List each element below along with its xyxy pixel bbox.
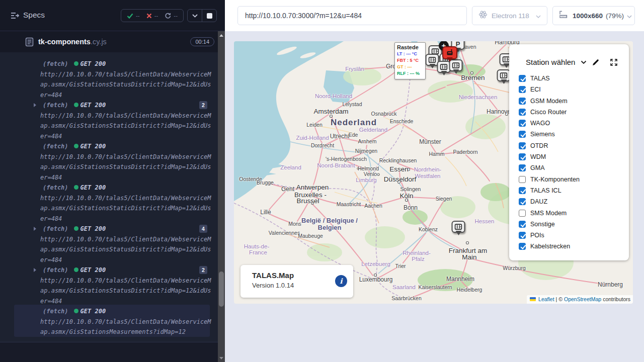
checkbox-label: GSM Modem xyxy=(530,98,568,105)
checkbox[interactable] xyxy=(519,243,526,250)
station-filter-item[interactable]: GMA xyxy=(519,164,629,171)
map-label: Gelderland xyxy=(359,127,387,133)
expand-chevron-icon[interactable] xyxy=(34,227,36,231)
info-icon[interactable]: i xyxy=(335,275,347,287)
fullscreen-expand-icon[interactable] xyxy=(610,58,618,66)
viewport-ruler-icon xyxy=(559,11,568,21)
station-select-label[interactable]: Station wählen xyxy=(526,58,575,66)
expand-chevron-icon[interactable] xyxy=(34,268,36,272)
log-entry[interactable]: (fetch)GET 200http://10.10.0.70/talas5/C… xyxy=(0,141,218,183)
log-url: http://10.10.0.70/talas5/ClientData/Webs… xyxy=(40,193,212,224)
map-label: Zuid-Holland xyxy=(296,135,329,141)
checkbox-label: TALAS xyxy=(530,75,550,82)
checkbox-label: ECI xyxy=(530,86,541,93)
tooltip-measurement: LT : --- °C xyxy=(397,51,423,57)
collapse-chevron-icon[interactable] xyxy=(188,10,202,22)
map[interactable]: HamburgBremerhavenGroningenFryslânBremen… xyxy=(234,41,633,304)
map-label: Koblenz xyxy=(419,226,438,232)
checkbox[interactable] xyxy=(519,98,526,105)
scroll-up-arrow[interactable] xyxy=(218,32,225,38)
map-label: Pfalz xyxy=(412,256,425,262)
scroll-down-arrow[interactable] xyxy=(218,355,225,361)
selected-station-marker[interactable] xyxy=(442,46,457,59)
map-label: Brussel xyxy=(296,197,319,205)
checkbox[interactable] xyxy=(519,131,526,138)
checkbox[interactable] xyxy=(519,210,526,217)
checkbox[interactable] xyxy=(519,164,526,171)
map-label: Amsterdam xyxy=(313,108,348,115)
scrollbar-thumb[interactable] xyxy=(219,272,224,307)
osm-link[interactable]: OpenStreetMap xyxy=(564,296,601,302)
checkbox[interactable] xyxy=(519,232,526,239)
spec-file-row[interactable]: tk-components.cy.js 00:14 xyxy=(0,32,218,52)
checkbox[interactable] xyxy=(519,176,526,183)
sidebar-scrollbar[interactable] xyxy=(218,31,225,362)
sidebar-header: Specs ------ xyxy=(0,0,225,31)
map-label: Nijmegen xyxy=(355,148,377,154)
station-filter-item[interactable]: DAUZ xyxy=(519,198,629,205)
checkbox[interactable] xyxy=(519,75,526,82)
station-filter-item[interactable]: SMS Modem xyxy=(519,210,629,217)
checkbox-label: WDM xyxy=(530,153,546,160)
browser-select[interactable]: Electron 118 xyxy=(472,6,547,25)
station-filter-item[interactable]: TK-Komponenten xyxy=(519,176,629,183)
station-filter-item[interactable]: Kabelstrecken xyxy=(519,243,629,250)
map-label: Paderborn xyxy=(453,149,477,155)
checkbox[interactable] xyxy=(519,120,526,127)
checkbox[interactable] xyxy=(519,86,526,93)
leaflet-link[interactable]: Leaflet xyxy=(538,296,554,302)
map-label: Zeeland xyxy=(280,164,301,170)
station-filter-item[interactable]: TALAS ICL xyxy=(519,187,629,194)
specs-title: Specs xyxy=(23,11,45,20)
station-filter-item[interactable]: OTDR xyxy=(519,142,629,149)
log-entry[interactable]: (fetch)GET 2004http://10.10.0.70/talas5/… xyxy=(0,224,218,265)
map-label: Aachen xyxy=(364,203,382,209)
log-type: (fetch) xyxy=(43,143,68,150)
station-filter-item[interactable]: ECI xyxy=(519,86,629,93)
log-type: (fetch) xyxy=(43,225,68,232)
specs-menu-icon[interactable] xyxy=(10,12,20,22)
map-label: Solingen xyxy=(400,186,421,192)
log-entry[interactable]: (fetch)GET 2002http://10.10.0.70/talas5/… xyxy=(0,100,218,141)
log-entry[interactable]: (fetch)GET 200http://10.10.0.70/talas5/C… xyxy=(0,183,218,224)
log-entry[interactable]: (fetch)GET 2002http://10.10.0.70/talas5/… xyxy=(0,265,218,306)
checkbox[interactable] xyxy=(519,187,526,194)
status-dot-icon xyxy=(74,267,78,272)
station-filter-item[interactable]: WDM xyxy=(519,153,629,160)
map-label: Saarbrücken xyxy=(391,295,422,301)
checkbox[interactable] xyxy=(519,109,526,116)
map-label: Nordrhein- xyxy=(414,166,441,172)
url-input[interactable] xyxy=(237,6,467,25)
station-marker[interactable] xyxy=(452,221,465,233)
expand-chevron-icon[interactable] xyxy=(34,103,36,107)
status-dot-icon xyxy=(74,309,78,313)
map-label: Ede xyxy=(349,132,358,138)
checkbox[interactable] xyxy=(519,142,526,149)
log-count-badge: 2 xyxy=(199,266,207,274)
checkbox[interactable] xyxy=(519,221,526,228)
station-filter-item[interactable]: POIs xyxy=(519,232,629,239)
checkbox[interactable] xyxy=(519,198,526,205)
station-marker[interactable] xyxy=(497,69,511,81)
station-filter-item[interactable]: Sonstige xyxy=(519,221,629,228)
station-filter-item[interactable]: Siemens xyxy=(519,131,629,138)
status-dot-icon xyxy=(74,226,78,231)
station-filter-item[interactable]: GSM Modem xyxy=(519,98,629,105)
test-stats[interactable]: ------ xyxy=(121,9,184,22)
map-label: Maubeuge xyxy=(298,233,323,239)
map-label: Venlo xyxy=(364,171,377,177)
station-filter-item[interactable]: Cisco Router xyxy=(519,109,629,116)
map-label: Mons xyxy=(288,221,301,227)
edit-pencil-icon[interactable] xyxy=(592,58,600,66)
stat-passed: -- xyxy=(127,13,140,19)
log-entry[interactable]: (fetch)GET 200http://10.10.0.70/talas5/C… xyxy=(0,59,218,100)
viewport-select[interactable]: 1000x660 (79%) xyxy=(552,6,635,25)
map-label: 's-Hertogenbosch xyxy=(326,156,367,162)
stop-button[interactable] xyxy=(202,10,216,22)
log-entry[interactable]: (fetch)GET 200http://10.10.0.70/talas5/C… xyxy=(0,306,218,337)
tooltip-measurement: GT : --- xyxy=(397,64,423,70)
checkbox[interactable] xyxy=(519,153,526,160)
station-filter-item[interactable]: WAGO xyxy=(519,120,629,127)
station-filter-item[interactable]: TALAS xyxy=(519,75,629,82)
chevron-down-icon[interactable] xyxy=(581,60,587,64)
